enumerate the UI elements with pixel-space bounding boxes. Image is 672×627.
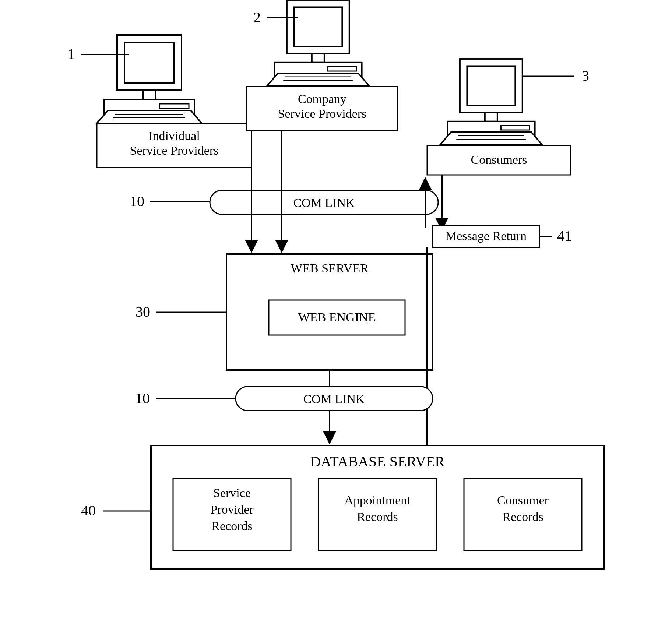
web-engine-label: WEB ENGINE bbox=[298, 310, 376, 324]
svg-rect-2 bbox=[124, 42, 174, 83]
record-label-l3: Records bbox=[211, 519, 252, 533]
ref-number-41: 41 bbox=[557, 228, 572, 244]
record-label-l1: Service bbox=[213, 486, 251, 500]
svg-marker-6 bbox=[97, 110, 202, 123]
appointment-records-box: Appointment Records bbox=[319, 479, 436, 550]
service-provider-records-box: Service Provider Records bbox=[173, 479, 291, 550]
terminal-label-l1: Company bbox=[298, 92, 346, 106]
message-return-box: Message Return bbox=[433, 225, 539, 247]
svg-rect-14 bbox=[328, 67, 357, 71]
svg-rect-5 bbox=[159, 104, 189, 108]
ref-number-30: 30 bbox=[136, 303, 150, 320]
terminal-label-l2: Service Providers bbox=[278, 107, 367, 120]
system-diagram: Individual Service Providers Company Ser… bbox=[0, 0, 672, 627]
ref-number-2: 2 bbox=[253, 9, 261, 25]
com-link-top: COM LINK bbox=[210, 190, 438, 214]
ref-number-10b: 10 bbox=[135, 390, 150, 406]
svg-rect-3 bbox=[143, 90, 156, 99]
database-server-title: DATABASE SERVER bbox=[310, 453, 445, 470]
record-label-l2: Records bbox=[357, 510, 398, 524]
svg-marker-15 bbox=[267, 73, 369, 86]
computer-icon bbox=[440, 59, 542, 145]
record-label-l2: Provider bbox=[210, 503, 254, 516]
svg-rect-12 bbox=[312, 54, 324, 63]
ref-number-1: 1 bbox=[67, 46, 75, 62]
record-label-l1: Consumer bbox=[497, 493, 549, 507]
com-link-label: COM LINK bbox=[303, 392, 365, 406]
svg-rect-21 bbox=[485, 113, 497, 121]
terminal-label-l1: Individual bbox=[148, 129, 200, 142]
svg-rect-23 bbox=[501, 126, 530, 130]
database-server-box: DATABASE SERVER Service Provider Records… bbox=[151, 445, 604, 569]
web-server-box: WEB SERVER WEB ENGINE bbox=[226, 254, 433, 370]
computer-icon bbox=[267, 0, 369, 86]
svg-rect-20 bbox=[467, 66, 515, 105]
web-server-title: WEB SERVER bbox=[291, 261, 369, 275]
message-return-label: Message Return bbox=[446, 229, 527, 243]
terminal-company-service-providers: Company Service Providers bbox=[247, 0, 398, 131]
record-label-l1: Appointment bbox=[344, 493, 411, 507]
terminal-label: Consumers bbox=[471, 153, 527, 166]
com-link-bottom: COM LINK bbox=[236, 387, 433, 411]
com-link-label: COM LINK bbox=[293, 196, 355, 209]
computer-icon bbox=[97, 35, 202, 123]
terminal-label-l2: Service Providers bbox=[130, 144, 219, 157]
ref-number-10a: 10 bbox=[130, 193, 144, 209]
record-label-l2: Records bbox=[502, 510, 543, 524]
ref-number-40: 40 bbox=[81, 502, 96, 519]
svg-rect-11 bbox=[294, 7, 342, 46]
svg-marker-24 bbox=[440, 132, 542, 145]
consumer-records-box: Consumer Records bbox=[464, 479, 582, 550]
ref-number-3: 3 bbox=[582, 67, 589, 84]
